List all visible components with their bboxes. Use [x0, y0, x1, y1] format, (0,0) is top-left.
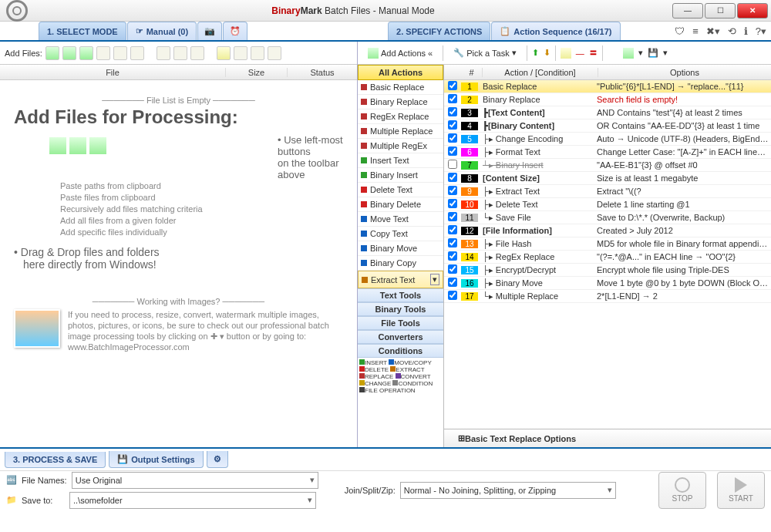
row-checkbox[interactable]: [448, 146, 457, 156]
paste-action-icon[interactable]: [623, 48, 634, 59]
col-status[interactable]: Status: [288, 68, 357, 77]
copy-action-icon[interactable]: [608, 48, 618, 59]
step2-tab[interactable]: 2. SPECIFY ACTIONS: [388, 22, 490, 40]
remove3-icon[interactable]: [190, 46, 204, 60]
category-item[interactable]: Insert Text: [358, 153, 443, 168]
category-group[interactable]: Text Tools: [358, 288, 443, 302]
maximize-button[interactable]: ☐: [705, 3, 736, 19]
row-checkbox[interactable]: [448, 133, 457, 143]
row-checkbox[interactable]: [448, 264, 457, 274]
category-item[interactable]: Binary Insert: [358, 168, 443, 183]
category-item[interactable]: Basic Replace: [358, 80, 443, 95]
list-icon[interactable]: [234, 46, 247, 60]
stop-button[interactable]: STOP: [658, 472, 706, 509]
sequence-row[interactable]: 10 ├▸ Delete TextDelete 1 line starting …: [444, 198, 771, 211]
minimize-button[interactable]: —: [672, 3, 703, 19]
row-checkbox[interactable]: [448, 120, 457, 130]
sequence-row[interactable]: 16 ├▸ Binary MoveMove 1 byte @0 by 1 byt…: [444, 277, 771, 290]
action-sequence-tab[interactable]: 📋Action Sequence (16/17): [491, 22, 620, 40]
app-gear-icon[interactable]: [6, 0, 28, 22]
category-item[interactable]: Binary Move: [358, 241, 443, 256]
tools-icon[interactable]: ✖▾: [706, 25, 720, 37]
category-item[interactable]: Extract Text ▾: [358, 271, 443, 288]
output-gear-tab[interactable]: ⚙: [207, 451, 228, 468]
info-icon[interactable]: ℹ: [744, 25, 748, 37]
col-size[interactable]: Size: [226, 68, 288, 77]
row-checkbox[interactable]: [448, 238, 457, 247]
options-icon[interactable]: ≡: [692, 25, 699, 37]
add-folder-icon[interactable]: [62, 46, 76, 60]
row-checkbox[interactable]: [448, 186, 457, 195]
rss-icon[interactable]: ⟲: [728, 25, 736, 37]
remove2-icon[interactable]: [173, 46, 187, 60]
step1-tab[interactable]: 1. SELECT MODE: [39, 22, 126, 40]
save-list-icon[interactable]: [251, 46, 264, 60]
camera-tab[interactable]: 📷: [197, 22, 222, 40]
sequence-row[interactable]: 6 ├▸ Format TextChange Letter Case: "[A-…: [444, 146, 771, 159]
all-actions-header[interactable]: All Actions: [358, 65, 443, 80]
step3-tab[interactable]: 3. PROCESS & SAVE: [5, 452, 106, 468]
row-checkbox[interactable]: [448, 212, 457, 221]
shield-icon[interactable]: 🛡: [675, 25, 685, 37]
paste-files-icon[interactable]: [96, 46, 110, 60]
sequence-row[interactable]: 17 └▸ Multiple Replace2*[L1-END] → 2: [444, 290, 771, 303]
sequence-row[interactable]: 3┣[Text Content]AND Contains "test"{4} a…: [444, 106, 771, 120]
add-actions-button[interactable]: Add Actions «: [362, 45, 438, 61]
category-group[interactable]: Conditions: [358, 344, 443, 358]
row-checkbox[interactable]: [448, 199, 457, 208]
folder-open-icon[interactable]: [217, 46, 231, 60]
remove-action-icon[interactable]: —: [576, 49, 584, 58]
output-settings-tab[interactable]: 💾Output Settings: [109, 451, 204, 468]
help-icon[interactable]: ?▾: [756, 25, 766, 37]
sequence-row[interactable]: 4┣[Binary Content]OR Contains "AA-EE-DD"…: [444, 120, 771, 133]
paste-paths-icon[interactable]: [113, 46, 127, 60]
col-file[interactable]: File: [0, 68, 226, 77]
row-checkbox[interactable]: [448, 81, 457, 90]
sequence-row[interactable]: 8[Content Size]Size is at least 1 megaby…: [444, 172, 771, 185]
saveto-combo[interactable]: ..\somefolder: [69, 492, 316, 509]
sequence-row[interactable]: 12[File Information]Created > July 2012: [444, 224, 771, 237]
add-recursive-icon[interactable]: [79, 46, 93, 60]
manual-tab[interactable]: ☞Manual (0): [127, 22, 197, 40]
category-item[interactable]: Multiple RegEx: [358, 139, 443, 153]
category-item[interactable]: Copy Text: [358, 227, 443, 241]
clock-tab[interactable]: ⏰: [223, 22, 247, 40]
row-checkbox[interactable]: [448, 278, 457, 287]
action-options-panel[interactable]: ⊞ Basic Text Replace Options: [444, 429, 771, 447]
delete-action-icon[interactable]: 〓: [589, 47, 598, 59]
category-group[interactable]: Converters: [358, 330, 443, 344]
save-sequence-icon[interactable]: 💾: [648, 48, 658, 58]
remove-icon[interactable]: [157, 46, 170, 60]
sequence-row[interactable]: 13 ├▸ File HashMD5 for whole file in Bin…: [444, 237, 771, 251]
move-up-icon[interactable]: ⬆: [532, 48, 539, 58]
clipboard-icon[interactable]: [130, 46, 144, 60]
category-item[interactable]: RegEx Replace: [358, 109, 443, 124]
row-checkbox[interactable]: [448, 160, 457, 169]
category-item[interactable]: Move Text: [358, 212, 443, 227]
category-item[interactable]: Binary Replace: [358, 95, 443, 109]
export-icon[interactable]: [268, 46, 281, 60]
sequence-row[interactable]: 1Basic Replace"Public"{6}*[L1-END] → "re…: [444, 80, 771, 93]
sequence-row[interactable]: 14 ├▸ RegEx Replace"(?=.*@A..." in EACH …: [444, 251, 771, 264]
sequence-row[interactable]: 7 └▸ Binary Insert"AA-EE-B1"{3} @ offset…: [444, 159, 771, 172]
category-item[interactable]: Binary Copy: [358, 256, 443, 271]
category-item[interactable]: Multiple Replace: [358, 124, 443, 139]
sequence-row[interactable]: 2Binary ReplaceSearch field is empty!: [444, 93, 771, 106]
sequence-row[interactable]: 15 ├▸ Encrypt/DecryptEncrypt whole file …: [444, 264, 771, 277]
category-item[interactable]: Binary Delete: [358, 197, 443, 212]
row-checkbox[interactable]: [448, 291, 457, 300]
pick-task-button[interactable]: 🔧 Pick a Task ▾: [448, 45, 521, 60]
sequence-row[interactable]: 11 └▸ Save FileSave to D:\*.* (Overwrite…: [444, 211, 771, 224]
join-combo[interactable]: Normal - No Joining, Splitting, or Zippi…: [400, 482, 616, 499]
move-down-icon[interactable]: ⬇: [544, 48, 550, 58]
folder-icon[interactable]: [561, 48, 571, 59]
category-group[interactable]: Binary Tools: [358, 302, 443, 316]
category-item[interactable]: Delete Text: [358, 183, 443, 197]
row-checkbox[interactable]: [448, 94, 457, 103]
row-checkbox[interactable]: [448, 225, 457, 234]
sequence-rows[interactable]: 1Basic Replace"Public"{6}*[L1-END] → "re…: [444, 80, 771, 429]
sequence-row[interactable]: 5 ├▸ Change EncodingAuto → Unicode (UTF-…: [444, 133, 771, 146]
start-button[interactable]: START: [717, 472, 765, 509]
row-checkbox[interactable]: [448, 107, 457, 116]
row-checkbox[interactable]: [448, 251, 457, 261]
